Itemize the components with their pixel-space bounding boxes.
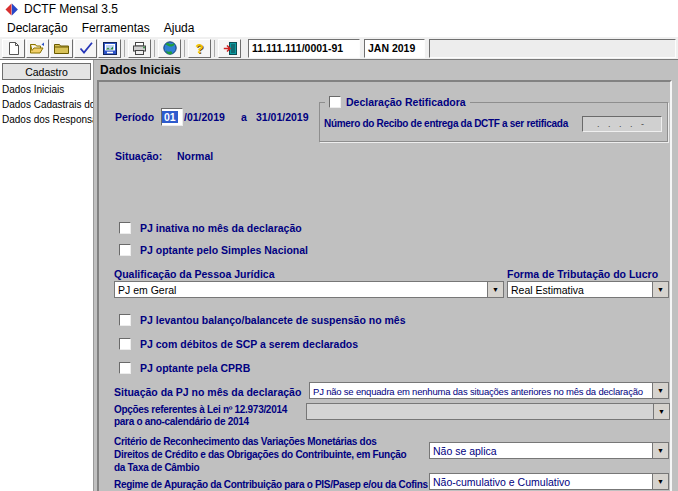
chevron-down-icon[interactable]: ▼ bbox=[652, 443, 668, 458]
help-button[interactable]: ? bbox=[188, 39, 211, 58]
titlebar: DCTF Mensal 3.5 bbox=[0, 0, 678, 18]
pj-balanco-label: PJ levantou balanço/balancete de suspens… bbox=[140, 314, 406, 326]
new-document-icon bbox=[8, 42, 20, 55]
close-declaration-button[interactable] bbox=[50, 39, 73, 58]
qualificacao-combo[interactable]: PJ em Geral ▼ bbox=[114, 281, 504, 298]
periodo-day-input[interactable]: 01 bbox=[161, 108, 183, 126]
exit-door-icon bbox=[223, 42, 237, 55]
sidebar-header-cadastro[interactable]: Cadastro bbox=[2, 63, 91, 80]
sidebar-item-dados-responsaveis[interactable]: Dados dos Responsáv bbox=[0, 113, 93, 128]
periodo-end-date: 31/01/2019 bbox=[256, 111, 309, 123]
criterio-label-line3: da Taxa de Câmbio bbox=[114, 462, 199, 473]
forma-tributacao-value: Real Estimativa bbox=[508, 282, 652, 297]
qualificacao-value: PJ em Geral bbox=[115, 282, 487, 297]
app-body: Cadastro Dados Iniciais Dados Cadastrais… bbox=[0, 60, 678, 491]
menu-ajuda[interactable]: Ajuda bbox=[157, 19, 202, 37]
menu-declaracao[interactable]: Declaração bbox=[0, 19, 75, 37]
retificadora-groupbox: Declaração Retificadora Número do Recibo… bbox=[319, 102, 668, 142]
transmit-button[interactable] bbox=[98, 39, 121, 58]
chevron-down-icon[interactable]: ▼ bbox=[652, 282, 668, 297]
transmit-icon bbox=[103, 42, 117, 55]
window-title: DCTF Mensal 3.5 bbox=[24, 2, 118, 16]
help-icon: ? bbox=[196, 42, 204, 55]
recibo-label: Número do Recibo de entrega da DCTF a se… bbox=[324, 118, 568, 129]
print-button[interactable] bbox=[128, 39, 151, 58]
chevron-down-icon[interactable]: ▼ bbox=[652, 383, 668, 398]
pj-balanco-checkbox[interactable] bbox=[119, 314, 131, 326]
criterio-combo[interactable]: Não se aplica ▼ bbox=[429, 442, 669, 459]
pj-inativa-checkbox[interactable] bbox=[119, 222, 131, 234]
periodo-date-rest: /01/2019 bbox=[184, 111, 225, 123]
criterio-label-line2: Direitos de Crédito e das Obrigações do … bbox=[114, 449, 406, 460]
closed-folder-icon bbox=[54, 43, 69, 54]
pj-inativa-label: PJ inativa no mês da declaração bbox=[140, 222, 302, 234]
opcoes-lei-label-line1: Opções referentes à Lei nº 12.973/2014 bbox=[114, 404, 287, 415]
chevron-down-icon[interactable]: ▼ bbox=[487, 282, 503, 297]
regime-value: Não-cumulativo e Cumulativo bbox=[430, 474, 652, 489]
new-declaration-button[interactable] bbox=[2, 39, 25, 58]
retificadora-checkbox-label: Declaração Retificadora bbox=[346, 96, 466, 108]
pj-simples-label: PJ optante pelo Simples Nacional bbox=[140, 244, 308, 256]
app-window: DCTF Mensal 3.5 Declaração Ferramentas A… bbox=[0, 0, 678, 491]
situacao-pj-label: Situação da PJ no mês da declaração bbox=[114, 386, 301, 398]
internet-button[interactable] bbox=[158, 39, 181, 58]
app-logo-icon bbox=[5, 3, 18, 16]
toolbar-separator bbox=[184, 40, 185, 57]
periodo-day-selected-text: 01 bbox=[162, 111, 178, 124]
qualificacao-label: Qualificação da Pessoa Jurídica bbox=[114, 268, 275, 280]
criterio-value: Não se aplica bbox=[430, 443, 652, 458]
retificadora-checkbox[interactable] bbox=[329, 96, 341, 108]
chevron-down-icon[interactable]: ▼ bbox=[652, 474, 668, 489]
periodo-to-label: a bbox=[241, 111, 247, 123]
sidebar-item-dados-iniciais[interactable]: Dados Iniciais bbox=[0, 83, 93, 98]
forma-tributacao-combo[interactable]: Real Estimativa ▼ bbox=[507, 281, 669, 298]
retificadora-title: Declaração Retificadora bbox=[325, 96, 470, 108]
toolbar-separator bbox=[154, 40, 155, 57]
situacao-label: Situação: bbox=[115, 150, 162, 162]
printer-icon bbox=[132, 42, 147, 55]
regime-label: Regime de Apuração da Contribuição para … bbox=[114, 479, 428, 490]
situacao-pj-combo[interactable]: PJ não se enquadra em nenhuma das situaç… bbox=[309, 382, 669, 399]
recibo-field: . . . . - bbox=[582, 116, 662, 132]
main-panel: Dados Iniciais Período 01 /01/2019 a 31/… bbox=[94, 60, 678, 491]
open-declaration-button[interactable] bbox=[26, 39, 49, 58]
opcoes-lei-combo[interactable]: ▼ bbox=[306, 403, 670, 420]
opcoes-lei-label-line2: para o ano-calendário de 2014 bbox=[114, 416, 249, 427]
menu-ferramentas[interactable]: Ferramentas bbox=[75, 19, 157, 37]
criterio-label-line1: Critério de Reconhecimento das Variações… bbox=[114, 436, 376, 447]
opcoes-lei-value bbox=[307, 404, 653, 419]
situacao-value: Normal bbox=[177, 150, 213, 162]
checkmark-icon bbox=[79, 42, 93, 54]
forma-tributacao-label: Forma de Tributação do Lucro bbox=[507, 268, 658, 280]
pj-simples-checkbox[interactable] bbox=[119, 244, 131, 256]
cnpj-field: 11.111.111/0001-91 bbox=[248, 39, 360, 58]
periodo-label: Período bbox=[115, 111, 154, 123]
open-folder-icon bbox=[30, 42, 45, 54]
sidebar: Cadastro Dados Iniciais Dados Cadastrais… bbox=[0, 60, 94, 491]
pj-scp-checkbox[interactable] bbox=[119, 338, 131, 350]
toolbar-separator bbox=[124, 40, 125, 57]
globe-icon bbox=[163, 41, 177, 55]
period-field: JAN 2019 bbox=[364, 39, 425, 58]
chevron-down-icon[interactable]: ▼ bbox=[653, 404, 669, 419]
exit-button[interactable] bbox=[218, 39, 241, 58]
situacao-pj-value: PJ não se enquadra em nenhuma das situaç… bbox=[310, 383, 652, 398]
toolbar: ? 11.111.111/0001-91 JAN 2019 bbox=[0, 37, 678, 60]
menubar: Declaração Ferramentas Ajuda bbox=[0, 18, 678, 37]
toolbar-separator bbox=[214, 40, 215, 57]
verify-button[interactable] bbox=[74, 39, 97, 58]
toolbar-filler bbox=[429, 39, 676, 58]
dados-iniciais-frame: Período 01 /01/2019 a 31/01/2019 Declara… bbox=[97, 80, 672, 491]
regime-combo[interactable]: Não-cumulativo e Cumulativo ▼ bbox=[429, 473, 669, 490]
sidebar-item-dados-cadastrais[interactable]: Dados Cadastrais do E bbox=[0, 98, 93, 113]
pj-cprb-label: PJ optante pela CPRB bbox=[140, 362, 250, 374]
page-title: Dados Iniciais bbox=[100, 63, 181, 77]
pj-scp-label: PJ com débitos de SCP a serem declarados bbox=[140, 338, 358, 350]
pj-cprb-checkbox[interactable] bbox=[119, 362, 131, 374]
